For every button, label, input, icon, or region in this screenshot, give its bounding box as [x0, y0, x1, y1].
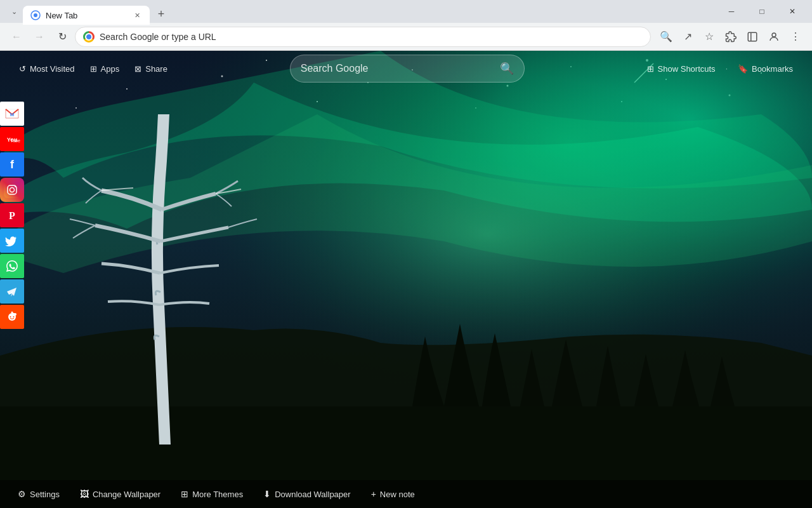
minimize-button[interactable]: ─: [717, 1, 746, 22]
download-wallpaper-icon: ⬇: [263, 489, 271, 499]
navigation-bar: ← → ↻ Search Google or type a URL 🔍 ↗ ☆: [0, 23, 812, 51]
separator: ·: [726, 64, 728, 73]
show-shortcuts-item[interactable]: ⊞ Show Shortcuts: [641, 60, 722, 77]
sidebar-item-telegram[interactable]: [0, 279, 24, 304]
bookmark-toolbar-icon[interactable]: ☆: [699, 27, 719, 47]
svg-point-19: [621, 101, 622, 102]
top-right-nav: ⊞ Show Shortcuts · 🔖 Bookmarks: [641, 60, 799, 77]
sidebar-item-youtube[interactable]: You Tube: [0, 127, 24, 151]
share-toolbar-icon[interactable]: ↗: [678, 27, 698, 47]
change-wallpaper-item[interactable]: 🖼 Change Wallpaper: [72, 485, 168, 503]
bookmarks-item[interactable]: 🔖 Bookmarks: [731, 60, 799, 77]
svg-point-20: [75, 107, 77, 109]
svg-rect-22: [0, 51, 812, 508]
download-wallpaper-label: Download Wallpaper: [275, 490, 350, 499]
sidebar-item-twitter[interactable]: [0, 229, 24, 253]
more-themes-icon: ⊞: [181, 489, 188, 499]
svg-point-15: [475, 107, 476, 109]
svg-point-43: [10, 316, 11, 318]
share-item[interactable]: ⊠ Share: [128, 60, 174, 77]
sidebar-item-pinterest[interactable]: P: [0, 203, 24, 227]
profile-toolbar-icon[interactable]: [764, 27, 784, 47]
sidebar-item-whatsapp[interactable]: [0, 254, 24, 278]
more-themes-label: More Themes: [192, 490, 243, 499]
svg-point-35: [15, 186, 16, 187]
maximize-button[interactable]: □: [747, 1, 776, 22]
top-left-nav: ↺ Most Visited ⊞ Apps ⊠ Share: [13, 60, 174, 77]
sidebar-item-reddit[interactable]: [0, 305, 24, 329]
active-tab[interactable]: New Tab ✕: [23, 6, 150, 25]
settings-item[interactable]: ⚙ Settings: [10, 485, 67, 503]
sidebar-item-facebook[interactable]: f: [0, 152, 24, 177]
back-button[interactable]: ←: [6, 27, 27, 47]
svg-rect-24: [0, 51, 812, 508]
tab-favicon: [30, 10, 41, 20]
svg-rect-32: [4, 182, 20, 198]
forward-button[interactable]: →: [29, 27, 49, 47]
google-search-box[interactable]: Search Google 🔍: [290, 55, 525, 83]
apps-icon: ⊞: [90, 64, 97, 74]
most-visited-icon: ↺: [19, 64, 26, 74]
new-note-label: New note: [380, 490, 415, 499]
address-text: Search Google or type a URL: [100, 32, 643, 42]
show-shortcuts-icon: ⊞: [647, 64, 654, 74]
svg-rect-2: [748, 32, 757, 41]
sidebar-item-instagram[interactable]: [0, 178, 24, 202]
svg-point-13: [729, 95, 731, 97]
tab-menu-button[interactable]: ⌄: [5, 3, 23, 20]
bookmarks-icon: 🔖: [738, 64, 748, 74]
sidebar-toolbar-icon[interactable]: [742, 27, 763, 47]
most-visited-item[interactable]: ↺ Most Visited: [13, 60, 81, 77]
share-label: Share: [145, 64, 167, 74]
new-tab-button[interactable]: +: [152, 5, 170, 23]
svg-point-6: [126, 88, 128, 90]
new-tab-content: ↺ Most Visited ⊞ Apps ⊠ Share Search Goo…: [0, 51, 812, 508]
menu-toolbar-icon[interactable]: ⋮: [785, 27, 806, 47]
tab-close-button[interactable]: ✕: [132, 10, 142, 20]
svg-text:M: M: [10, 112, 15, 117]
top-navigation-bar: ↺ Most Visited ⊞ Apps ⊠ Share Search Goo…: [0, 51, 812, 86]
close-button[interactable]: ✕: [778, 1, 807, 22]
reload-button[interactable]: ↻: [52, 27, 72, 47]
show-shortcuts-label: Show Shortcuts: [658, 64, 716, 74]
window-controls: ─ □ ✕: [717, 1, 807, 22]
search-center: Search Google 🔍: [174, 55, 641, 83]
more-themes-item[interactable]: ⊞ More Themes: [173, 485, 251, 503]
title-bar: ⌄ New Tab ✕ + ─ □ ✕: [0, 0, 812, 23]
chrome-logo-icon: [83, 31, 95, 43]
bottom-bar: ⚙ Settings 🖼 Change Wallpaper ⊞ More The…: [0, 480, 812, 508]
address-bar[interactable]: Search Google or type a URL: [75, 27, 651, 47]
tab-strip: New Tab ✕ +: [23, 0, 717, 23]
search-placeholder: Search Google: [301, 63, 494, 74]
new-note-item[interactable]: + New note: [363, 485, 422, 503]
svg-text:Tube: Tube: [10, 138, 20, 143]
share-icon: ⊠: [134, 64, 141, 74]
svg-rect-5: [0, 51, 812, 508]
bookmarks-label: Bookmarks: [752, 64, 793, 74]
download-wallpaper-item[interactable]: ⬇ Download Wallpaper: [256, 485, 358, 503]
svg-point-1: [34, 13, 37, 17]
svg-text:P: P: [9, 210, 15, 221]
toolbar-icons: 🔍 ↗ ☆ ⋮: [656, 27, 806, 47]
apps-item[interactable]: ⊞ Apps: [84, 60, 126, 77]
settings-label: Settings: [30, 490, 60, 499]
sidebar-item-gmail[interactable]: M: [0, 102, 24, 126]
change-wallpaper-icon: 🖼: [80, 489, 89, 499]
svg-point-4: [772, 33, 776, 37]
svg-rect-39: [4, 258, 20, 274]
tab-title: New Tab: [46, 11, 127, 20]
most-visited-label: Most Visited: [30, 64, 75, 74]
svg-point-46: [11, 312, 13, 314]
svg-rect-23: [0, 51, 812, 508]
change-wallpaper-label: Change Wallpaper: [93, 490, 160, 499]
settings-icon: ⚙: [18, 489, 26, 499]
search-submit-icon[interactable]: 🔍: [500, 62, 514, 76]
svg-point-44: [13, 316, 15, 318]
search-toolbar-icon[interactable]: 🔍: [656, 27, 676, 47]
svg-text:f: f: [10, 158, 15, 171]
side-icons-panel: M You Tube f: [0, 102, 25, 457]
extensions-toolbar-icon[interactable]: [721, 27, 741, 47]
apps-label: Apps: [101, 64, 120, 74]
svg-point-8: [317, 101, 318, 102]
new-note-icon: +: [371, 489, 376, 499]
